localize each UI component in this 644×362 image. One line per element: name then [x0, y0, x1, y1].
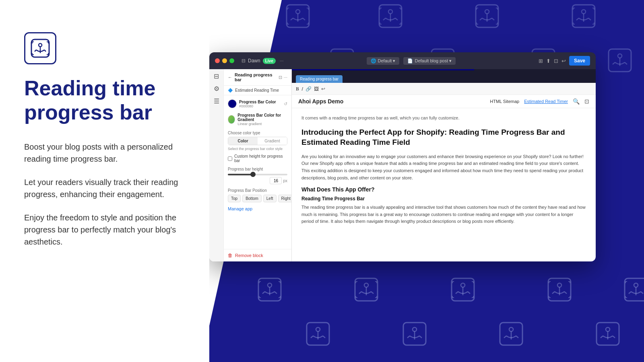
svg-line-44	[613, 62, 615, 64]
preview-tab-reading[interactable]: Reading progress bar	[296, 75, 343, 83]
layout-icon[interactable]: ⊞	[539, 58, 543, 64]
gradient-btn[interactable]: Gradient	[258, 137, 287, 145]
logo-box	[24, 32, 56, 64]
svg-line-4	[44, 50, 46, 51]
svg-point-67	[634, 283, 638, 287]
position-setting: Progress Bar Position Top Bottom Left Ri…	[228, 188, 287, 202]
progress-color-swatch[interactable]	[228, 99, 237, 108]
svg-line-89	[601, 336, 603, 338]
svg-line-84	[504, 336, 506, 338]
back-arrow-icon[interactable]: ←	[228, 75, 232, 80]
search-nav-icon[interactable]: 🔍	[573, 98, 580, 105]
height-value-input[interactable]	[270, 177, 282, 184]
trash-icon: 🗑	[228, 253, 233, 258]
undo-icon[interactable]: ↩	[561, 58, 566, 64]
svg-point-72	[316, 327, 320, 331]
minimize-icon[interactable]	[222, 58, 227, 63]
desc2: Let your readers visually track their re…	[24, 176, 185, 200]
reset-icon[interactable]: ↺	[284, 101, 287, 107]
color-btn[interactable]: Color	[228, 137, 258, 145]
window-icon[interactable]: ⊡	[554, 58, 558, 64]
svg-point-17	[485, 10, 489, 14]
svg-line-14	[383, 18, 386, 20]
gradient-color-value: Linear gradient	[237, 122, 287, 126]
default-select[interactable]: 🌐 Default ▾	[367, 57, 400, 65]
theme-indicator: ⊟ Dawn Live ···	[242, 58, 284, 64]
svg-point-82	[509, 327, 513, 331]
article-title: Introducing the Perfect App for Shopify:…	[301, 127, 586, 148]
svg-line-50	[275, 292, 277, 294]
anchor-pattern-icon	[499, 322, 523, 348]
preview-toolbar: 𝐁 𝐼 🔗 🖼 ↩	[292, 83, 596, 95]
blog-post-select[interactable]: 📄 Default blog post ▾	[403, 57, 456, 65]
remove-block-button[interactable]: 🗑 Remove block	[224, 249, 291, 261]
section-actions: ⊡ ···	[279, 75, 287, 80]
svg-line-60	[468, 292, 470, 294]
progress-color-label: Progress Bar Color	[239, 100, 276, 104]
svg-line-49	[262, 292, 265, 294]
height-label: Progress bar height	[228, 167, 287, 171]
svg-line-3	[35, 50, 36, 51]
site-logo: Ahoi Apps Demo	[298, 98, 343, 105]
svg-line-65	[564, 292, 567, 294]
close-icon[interactable]	[215, 58, 220, 63]
svg-line-10	[303, 18, 305, 20]
svg-point-77	[413, 327, 417, 331]
reading-progress-bar	[292, 69, 474, 70]
maximize-icon[interactable]	[229, 58, 234, 63]
svg-rect-66	[625, 278, 644, 301]
site-nav: Ahoi Apps Demo HTML Sitemap Estimated Re…	[292, 95, 596, 108]
anchor-pattern-icon	[378, 4, 402, 30]
layout-sidebar-icon[interactable]: ⊟	[214, 72, 219, 80]
preview-tabs: Reading progress bar	[292, 69, 596, 83]
svg-line-90	[613, 336, 615, 338]
anchor-pattern-icon	[608, 48, 632, 74]
height-unit: px	[283, 179, 287, 183]
left-section: Reading time progress bar Boost your blo…	[0, 0, 209, 362]
browser-url-section: 🌐 Default ▾ 📄 Default blog post ▾	[288, 57, 535, 65]
share-icon[interactable]: ⬆	[546, 58, 551, 64]
svg-line-20	[492, 18, 494, 20]
nav-link-sitemap[interactable]: HTML Sitemap	[490, 99, 519, 104]
preview-panel: Reading progress bar 𝐁 𝐼 🔗 🖼 ↩ Ahoi Apps…	[292, 69, 596, 261]
anchor-pattern-icon	[402, 322, 427, 348]
custom-height-checkbox[interactable]	[228, 156, 232, 161]
theme-name: Dawn	[248, 58, 260, 64]
anchor-pattern-icon	[451, 278, 475, 303]
svg-point-22	[582, 10, 586, 14]
anchor-pattern-icon	[475, 4, 499, 30]
svg-point-62	[557, 283, 561, 287]
blocks-sidebar-icon[interactable]: ☰	[214, 97, 219, 105]
nav-link-timer[interactable]: Estimated Read Timer	[524, 99, 568, 104]
svg-line-9	[291, 18, 293, 20]
italic-icon[interactable]: 𝐼	[301, 86, 303, 92]
anchor-logo-icon	[31, 39, 50, 58]
gradient-color-swatch[interactable]	[228, 115, 235, 124]
image-icon[interactable]: 🖼	[314, 86, 319, 92]
slider-thumb[interactable]	[250, 172, 256, 177]
link-icon[interactable]: 🔗	[305, 86, 312, 92]
settings-area: Progress Bar Color #000080 ↺	[224, 95, 291, 249]
anchor-pattern-icon	[258, 278, 282, 303]
height-setting: Progress bar height px	[228, 167, 287, 184]
position-right-btn[interactable]: Right	[278, 195, 292, 202]
custom-height-checkbox-row: Custom height for progress bar	[228, 154, 287, 163]
save-button[interactable]: Save	[569, 56, 590, 66]
height-slider-container	[228, 174, 287, 175]
position-top-btn[interactable]: Top	[228, 195, 241, 202]
document-icon: 📄	[407, 58, 413, 64]
svg-line-15	[395, 18, 398, 20]
settings-sidebar-icon[interactable]: ⚙	[214, 85, 219, 93]
copy-icon[interactable]: ⊡	[279, 75, 282, 80]
more-icon[interactable]: ···	[280, 58, 284, 64]
manage-app-link[interactable]: Manage app	[228, 206, 287, 211]
position-left-btn[interactable]: Left	[263, 195, 277, 202]
browser-action-icons: ⊞ ⬆ ⊡ ↩ Save	[539, 56, 590, 66]
cart-nav-icon[interactable]: ⊡	[584, 98, 589, 105]
position-bottom-btn[interactable]: Bottom	[242, 195, 262, 202]
more-options-icon[interactable]: ···	[284, 75, 287, 80]
svg-point-87	[606, 327, 610, 331]
bold-icon[interactable]: 𝐁	[296, 86, 299, 92]
svg-line-45	[625, 62, 627, 64]
undo-toolbar-icon[interactable]: ↩	[321, 86, 325, 92]
